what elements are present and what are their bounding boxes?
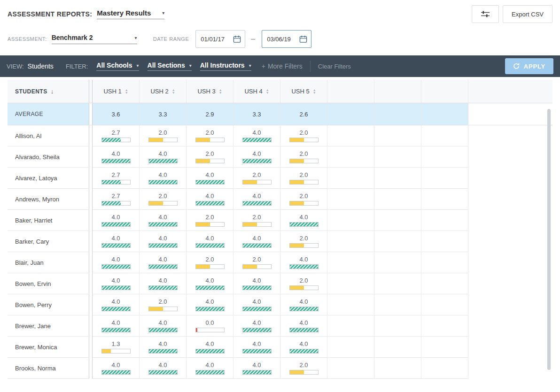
empty-column-header [421,80,468,103]
score-value: 4.0 [252,319,261,326]
student-name-cell[interactable]: Brewer, Monica [8,337,89,358]
score-cell: 4.0 [280,252,327,273]
score-value: 2.0 [299,171,308,178]
score-bar [242,243,272,248]
frozen-column-divider [89,252,93,273]
table-row: Blair, Juan4.04.02.02.04.0 [8,252,552,273]
score-cell: 4.0 [93,273,140,294]
student-name-cell[interactable]: Bowen, Perry [8,294,89,315]
student-name-cell[interactable]: Brewer, Jane [8,315,89,337]
table-row: Andrews, Myron2.72.04.04.02.0 [8,189,552,210]
column-header[interactable]: USH 5▲▼ [280,80,327,103]
date-to-input[interactable]: 03/06/19 [262,30,311,48]
score-bar-fill [102,223,130,226]
score-cell: 4.0 [233,337,280,358]
student-name-cell[interactable]: Barker, Cary [8,231,89,252]
frozen-column-divider [89,315,93,337]
sort-toggle-icon: ▲▼ [125,89,128,94]
average-value-cell: 2.6 [280,103,327,125]
empty-cell [374,252,421,273]
score-cell: 2.0 [233,210,280,231]
score-bar-fill [243,138,271,142]
average-value-cell: 2.9 [187,103,233,125]
score-value: 2.0 [299,361,308,369]
student-name-cell[interactable]: Allison, Al [8,125,89,146]
export-csv-button[interactable]: Export CSV [503,5,552,23]
row-filler [468,294,552,315]
score-bar-fill [243,307,271,311]
table-row: Bowen, Ervin4.04.04.04.02.0 [8,273,552,294]
calendar-icon [299,35,307,43]
score-value: 4.0 [158,340,167,347]
score-bar-fill [290,201,304,205]
score-value: 1.3 [111,340,120,347]
empty-cell [327,210,374,231]
sliders-icon [481,10,490,18]
sort-desc-arrow: ▼ [313,92,316,94]
score-cell: 4.0 [140,252,187,273]
instructors-filter-value: All Instructors [200,61,245,69]
score-bar-fill [290,138,304,142]
sections-filter-dropdown[interactable]: All Sections ▾ [148,61,192,71]
empty-cell [327,294,374,315]
student-name-cell[interactable]: Alvarez, Latoya [8,168,89,189]
score-bar-fill [149,223,177,226]
column-header-label: USH 4 [244,88,262,95]
column-header[interactable]: USH 2▲▼ [140,80,187,103]
score-bar [195,285,225,290]
column-header[interactable]: USH 4▲▼ [233,80,280,103]
row-filler [468,146,552,168]
score-bar [101,328,131,332]
more-filters-button[interactable]: + More Filters [262,62,303,70]
clear-filters-button[interactable]: Clear Filters [318,63,351,70]
view-students-toggle[interactable]: Students [28,62,54,70]
score-bar [101,349,131,354]
settings-button[interactable] [472,5,499,23]
score-bar-fill [149,265,177,269]
student-name-cell[interactable]: Brooks, Norma [8,358,89,379]
score-value: 4.0 [252,192,261,200]
score-bar [101,243,131,248]
students-column-header[interactable]: STUDENTS ↓ [8,80,89,103]
vertical-scrollbar[interactable] [547,109,551,370]
score-bar-fill [196,159,210,163]
score-cell: 4.0 [93,146,140,168]
table-row: Bowen, Perry4.02.04.04.04.0 [8,294,552,315]
score-bar-fill [243,370,271,374]
score-bar-fill [290,180,304,184]
instructors-filter-dropdown[interactable]: All Instructors ▾ [200,61,251,71]
date-from-input[interactable]: 01/01/17 [195,30,245,48]
score-bar-fill [196,265,210,269]
column-header[interactable]: USH 1▲▼ [93,80,140,103]
student-name-cell[interactable]: Blair, Juan [8,252,89,273]
sort-descending-icon: ↓ [51,88,54,95]
score-bar-fill [196,180,224,184]
column-header[interactable]: USH 3▲▼ [187,80,233,103]
assessment-dropdown[interactable]: Benchmark 2 ▾ [52,34,137,44]
score-cell: 2.0 [280,125,327,146]
score-bar [101,222,131,227]
score-bar [289,307,319,311]
score-bar-fill [102,370,130,374]
student-name-cell[interactable]: Baker, Harriet [8,210,89,231]
empty-cell [327,273,374,294]
score-cell: 2.0 [280,358,327,379]
table-row: Alvarado, Sheila4.04.02.04.02.0 [8,146,552,168]
report-type-dropdown[interactable]: Mastery Results ▾ [97,9,164,19]
student-name-cell[interactable]: Alvarado, Sheila [8,146,89,168]
score-bar [148,180,178,184]
score-bar [195,349,225,354]
score-cell: 2.0 [187,125,233,146]
calendar-icon [233,35,241,43]
student-name-cell[interactable]: Andrews, Myron [8,189,89,210]
score-bar [242,328,272,332]
row-filler [468,231,552,252]
student-name-cell[interactable]: Bowen, Ervin [8,273,89,294]
frozen-column-divider [89,358,93,379]
table-row: Baker, Harriet4.04.02.02.04.0 [8,210,552,231]
schools-filter-dropdown[interactable]: All Schools ▾ [96,61,139,71]
score-value: 4.0 [205,277,214,284]
apply-button[interactable]: APPLY [505,58,553,74]
average-empty-cell [327,103,374,125]
score-cell: 2.0 [233,252,280,273]
